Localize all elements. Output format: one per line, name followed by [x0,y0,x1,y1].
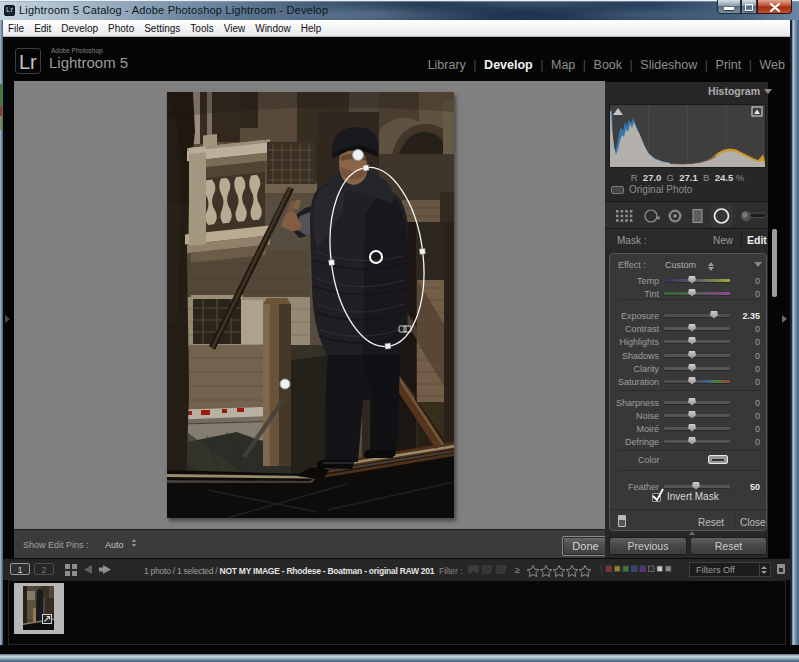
svg-text:≥: ≥ [515,565,520,575]
